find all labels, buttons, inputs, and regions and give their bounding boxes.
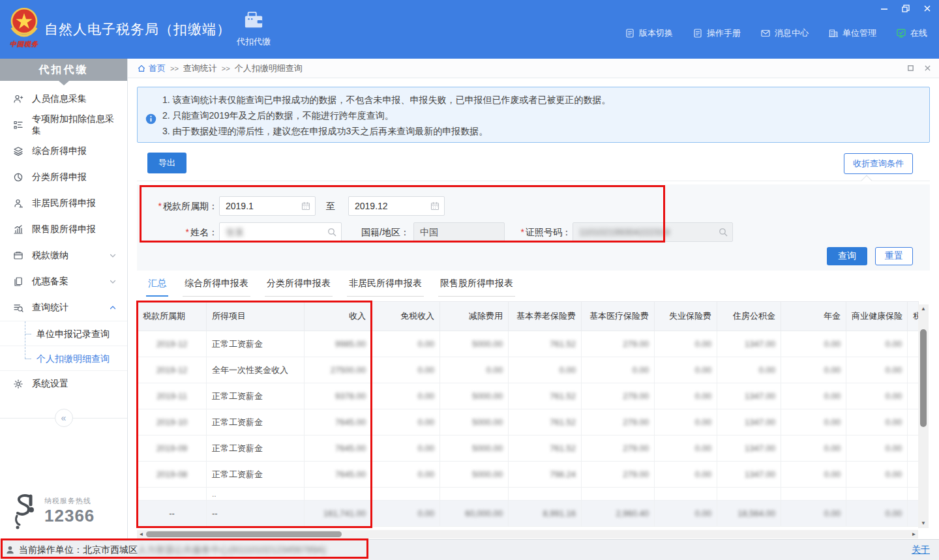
table-cell	[846, 488, 908, 501]
scroll-down-icon[interactable]: ▼	[918, 519, 929, 528]
top-menu-item[interactable]: 操作手册	[693, 27, 741, 39]
table-cell: 18,564.00	[717, 501, 781, 527]
breadcrumb-separator: >>	[222, 65, 230, 72]
top-menu-item[interactable]: 消息中心	[760, 27, 809, 39]
sidebar-item-label: 系统设置	[32, 378, 68, 390]
sidebar-item[interactable]: 专项附加扣除信息采集	[0, 112, 127, 138]
vertical-scroll-thumb[interactable]	[920, 329, 927, 427]
scroll-up-icon[interactable]: ▲	[918, 304, 929, 314]
period-label: *税款所属期：	[141, 196, 218, 216]
top-menu-item[interactable]: 在线	[896, 27, 927, 39]
scroll-left-icon[interactable]: ◄	[137, 530, 145, 538]
sidebar-item-label: 限售股所得申报	[32, 224, 96, 235]
table-cell	[908, 435, 919, 462]
result-tabs: 汇总综合所得申报表分类所得申报表非居民所得申报表限售股所得申报表	[146, 278, 515, 297]
hotline-mascot-icon	[9, 492, 39, 530]
horizontal-scroll-thumb[interactable]	[146, 531, 342, 537]
reset-button[interactable]: 重置	[875, 247, 913, 265]
period-to-input[interactable]: 2019.12	[348, 196, 445, 216]
top-menu-label: 操作手册	[707, 27, 741, 39]
info-icon	[145, 96, 156, 142]
table-cell: 1347.00	[717, 435, 781, 462]
period-from-input[interactable]: 2019.1	[219, 196, 316, 216]
collapse-query-button[interactable]: 收折查询条件	[844, 153, 913, 174]
vertical-scrollbar[interactable]: ▲ ▼	[918, 304, 929, 528]
panel-maximize-icon[interactable]	[906, 65, 914, 72]
minimize-icon[interactable]	[879, 3, 889, 14]
sidebar-item-settings[interactable]: 系统设置	[0, 371, 127, 397]
sidebar-item-label: 人员信息采集	[32, 93, 87, 105]
close-icon[interactable]	[922, 3, 932, 14]
sidebar-item-label: 专项附加扣除信息采集	[32, 113, 118, 137]
column-header: 收入	[305, 302, 372, 331]
sidebar-item[interactable]: 人员信息采集	[0, 86, 127, 112]
home-icon	[137, 64, 146, 73]
table-cell: 1347.00	[717, 462, 781, 488]
tab-item[interactable]: 综合所得申报表	[183, 278, 250, 297]
table-cell: 7645.00	[305, 435, 372, 462]
tax-emblem-logo: 中国税务	[6, 5, 42, 49]
search-list-icon	[13, 302, 23, 313]
copy-icon	[13, 276, 23, 287]
table-cell: 0.00	[655, 435, 717, 462]
table-cell: 161,741.00	[305, 501, 372, 527]
tab-item[interactable]: 非居民所得申报表	[347, 278, 424, 297]
breadcrumb: 首页 >> 查询统计 >> 个人扣缴明细查询	[128, 59, 939, 78]
sidebar-item[interactable]: 限售股所得申报	[0, 216, 127, 243]
table-cell: 279.00	[582, 409, 655, 435]
table-cell: 0.00	[846, 383, 908, 409]
horizontal-scrollbar[interactable]: ◄ ►	[137, 530, 918, 538]
scroll-right-icon[interactable]: ►	[910, 530, 918, 538]
pie-icon	[13, 172, 23, 183]
person-add-icon	[13, 94, 23, 104]
sidebar-collapse-button[interactable]: «	[55, 409, 73, 427]
search-icon[interactable]	[327, 227, 337, 237]
tab-active[interactable]: 汇总	[146, 278, 168, 297]
sidebar-item-label: 查询统计	[32, 302, 68, 314]
panel-close-icon[interactable]	[923, 65, 931, 72]
calendar-icon[interactable]	[430, 201, 440, 211]
person-icon	[13, 198, 23, 209]
module-tab-daikou[interactable]: 代扣代缴	[226, 10, 281, 48]
id-number-input[interactable]: 110102199304222319	[573, 222, 733, 242]
chev-down	[108, 250, 118, 261]
sidebar-item-label: 优惠备案	[32, 276, 68, 287]
table-cell: 0.00	[781, 462, 846, 488]
national-emblem-icon	[7, 5, 41, 39]
export-button[interactable]: 导出	[147, 153, 186, 173]
sidebar-subitem[interactable]: 单位申报记录查询	[0, 321, 127, 346]
column-header: 失业保险费	[655, 302, 717, 331]
bar-chart-icon	[13, 224, 23, 235]
query-button[interactable]: 查询	[827, 247, 867, 265]
table-cell: 0.00	[655, 331, 717, 357]
table-cell: 0.00	[781, 357, 846, 383]
table-cell: 2019-12	[138, 331, 207, 357]
sidebar-item[interactable]: 优惠备案	[0, 269, 127, 295]
sidebar-item[interactable]: 分类所得申报	[0, 164, 127, 190]
doc-icon	[693, 28, 703, 38]
query-form: *税款所属期： 2019.1 至 2019.12 *姓名： 张某	[137, 184, 930, 271]
top-menu-item[interactable]: 单位管理	[828, 27, 876, 39]
sidebar-subitem-active[interactable]: 个人扣缴明细查询	[0, 346, 127, 371]
table-cell: 0.00	[846, 357, 908, 383]
name-input[interactable]: 张某	[219, 222, 342, 242]
restore-icon[interactable]	[901, 3, 911, 14]
tab-item[interactable]: 限售股所得申报表	[438, 278, 515, 297]
sidebar-item[interactable]: 查询统计	[0, 295, 127, 321]
table-cell: 2019-09	[138, 435, 207, 462]
about-link[interactable]: 关于	[912, 544, 930, 556]
sidebar-item[interactable]: 非居民所得申报	[0, 190, 127, 216]
top-menu-item[interactable]: 版本切换	[625, 27, 673, 39]
tab-item[interactable]: 分类所得申报表	[265, 278, 333, 297]
table-cell: 0.00	[655, 501, 717, 527]
sidebar-item[interactable]: 综合所得申报	[0, 138, 127, 164]
search-icon[interactable]	[718, 227, 728, 237]
table-cell: 7645.00	[305, 462, 372, 488]
checklist-icon	[13, 120, 23, 130]
breadcrumb-home-link[interactable]: 首页	[137, 63, 166, 74]
table-cell	[717, 488, 781, 501]
org-icon	[828, 28, 839, 38]
calendar-icon[interactable]	[301, 201, 311, 211]
mail-icon	[760, 28, 771, 38]
sidebar-item[interactable]: 税款缴纳	[0, 243, 127, 269]
